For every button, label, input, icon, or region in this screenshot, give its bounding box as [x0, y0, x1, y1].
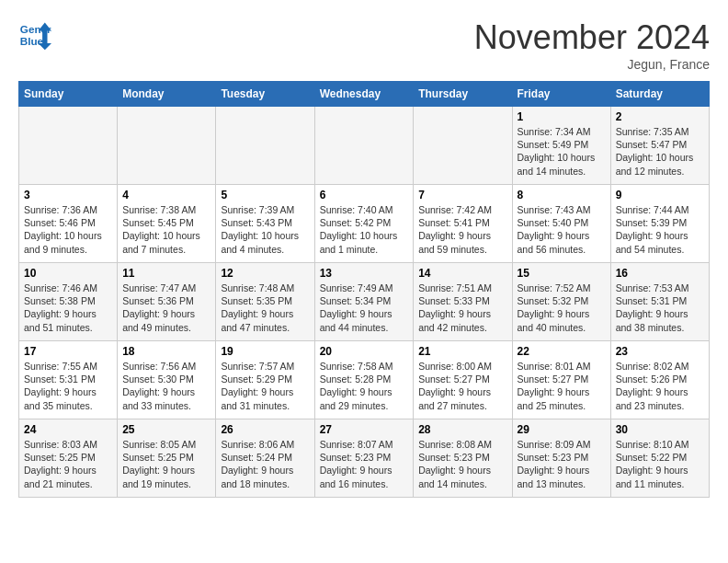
day-detail: Sunrise: 7:58 AMSunset: 5:28 PMDaylight:… [320, 360, 409, 412]
day-detail: Sunrise: 7:53 AMSunset: 5:31 PMDaylight:… [616, 282, 704, 334]
day-detail: Sunrise: 8:03 AMSunset: 5:25 PMDaylight:… [24, 438, 112, 490]
day-number: 8 [518, 189, 606, 201]
day-detail: Sunrise: 7:36 AMSunset: 5:46 PMDaylight:… [24, 203, 112, 256]
month-title: November 2024 [474, 18, 710, 57]
day-detail: Sunrise: 7:52 AMSunset: 5:32 PMDaylight:… [518, 282, 606, 334]
calendar-cell: 2Sunrise: 7:35 AMSunset: 5:47 PMDaylight… [610, 107, 709, 185]
calendar-cell: 17Sunrise: 7:55 AMSunset: 5:31 PMDayligh… [19, 341, 118, 419]
calendar-week-5: 24Sunrise: 8:03 AMSunset: 5:25 PMDayligh… [19, 419, 710, 498]
calendar-cell: 19Sunrise: 7:57 AMSunset: 5:29 PMDayligh… [216, 341, 314, 419]
calendar-cell: 1Sunrise: 7:34 AMSunset: 5:49 PMDaylight… [512, 107, 610, 185]
day-number: 5 [221, 189, 309, 201]
day-number: 19 [221, 345, 309, 358]
day-number: 9 [616, 189, 704, 201]
day-number: 14 [418, 267, 506, 280]
day-detail: Sunrise: 7:35 AMSunset: 5:47 PMDaylight:… [616, 125, 704, 178]
day-number: 17 [24, 345, 112, 358]
calendar-cell: 29Sunrise: 8:09 AMSunset: 5:23 PMDayligh… [512, 419, 610, 498]
col-header-saturday: Saturday [610, 82, 709, 107]
calendar-cell: 5Sunrise: 7:39 AMSunset: 5:43 PMDaylight… [216, 185, 314, 263]
day-detail: Sunrise: 7:49 AMSunset: 5:34 PMDaylight:… [320, 282, 409, 334]
day-number: 21 [418, 345, 506, 358]
day-detail: Sunrise: 7:38 AMSunset: 5:45 PMDaylight:… [122, 203, 210, 256]
calendar-header-row: SundayMondayTuesdayWednesdayThursdayFrid… [19, 82, 710, 107]
calendar-cell [314, 107, 414, 185]
day-number: 28 [418, 423, 506, 436]
calendar-cell: 26Sunrise: 8:06 AMSunset: 5:24 PMDayligh… [216, 419, 314, 498]
calendar-table: SundayMondayTuesdayWednesdayThursdayFrid… [18, 81, 710, 498]
calendar-week-1: 1Sunrise: 7:34 AMSunset: 5:49 PMDaylight… [19, 107, 710, 185]
calendar-cell: 20Sunrise: 7:58 AMSunset: 5:28 PMDayligh… [314, 341, 414, 419]
day-number: 30 [616, 423, 704, 436]
day-number: 16 [616, 267, 704, 280]
day-number: 6 [320, 189, 409, 201]
title-block: November 2024 Jegun, France [474, 18, 710, 72]
col-header-wednesday: Wednesday [314, 82, 414, 107]
day-detail: Sunrise: 8:02 AMSunset: 5:26 PMDaylight:… [616, 360, 704, 412]
col-header-thursday: Thursday [414, 82, 512, 107]
day-detail: Sunrise: 8:01 AMSunset: 5:27 PMDaylight:… [518, 360, 606, 412]
day-detail: Sunrise: 7:48 AMSunset: 5:35 PMDaylight:… [221, 282, 309, 334]
page-header: General Blue November 2024 Jegun, France [18, 18, 710, 72]
calendar-cell: 11Sunrise: 7:47 AMSunset: 5:36 PMDayligh… [118, 263, 216, 341]
calendar-cell: 27Sunrise: 8:07 AMSunset: 5:23 PMDayligh… [314, 419, 414, 498]
logo-icon: General Blue [18, 18, 51, 52]
day-detail: Sunrise: 8:05 AMSunset: 5:25 PMDaylight:… [122, 438, 210, 490]
day-detail: Sunrise: 7:34 AMSunset: 5:49 PMDaylight:… [518, 125, 606, 178]
day-detail: Sunrise: 7:43 AMSunset: 5:40 PMDaylight:… [518, 203, 606, 256]
calendar-cell: 10Sunrise: 7:46 AMSunset: 5:38 PMDayligh… [19, 263, 118, 341]
day-detail: Sunrise: 7:56 AMSunset: 5:30 PMDaylight:… [122, 360, 210, 412]
logo: General Blue [18, 18, 51, 52]
calendar-cell: 8Sunrise: 7:43 AMSunset: 5:40 PMDaylight… [512, 185, 610, 263]
day-detail: Sunrise: 7:51 AMSunset: 5:33 PMDaylight:… [418, 282, 506, 334]
day-number: 18 [122, 345, 210, 358]
calendar-week-3: 10Sunrise: 7:46 AMSunset: 5:38 PMDayligh… [19, 263, 710, 341]
day-detail: Sunrise: 7:40 AMSunset: 5:42 PMDaylight:… [320, 203, 409, 256]
calendar-cell [216, 107, 314, 185]
calendar-cell: 4Sunrise: 7:38 AMSunset: 5:45 PMDaylight… [118, 185, 216, 263]
day-number: 26 [221, 423, 309, 436]
day-detail: Sunrise: 8:08 AMSunset: 5:23 PMDaylight:… [418, 438, 506, 490]
day-number: 7 [418, 189, 506, 201]
calendar-cell: 25Sunrise: 8:05 AMSunset: 5:25 PMDayligh… [118, 419, 216, 498]
calendar-cell: 30Sunrise: 8:10 AMSunset: 5:22 PMDayligh… [610, 419, 709, 498]
day-number: 3 [24, 189, 112, 201]
day-detail: Sunrise: 8:07 AMSunset: 5:23 PMDaylight:… [320, 438, 409, 490]
day-detail: Sunrise: 7:57 AMSunset: 5:29 PMDaylight:… [221, 360, 309, 412]
day-detail: Sunrise: 7:42 AMSunset: 5:41 PMDaylight:… [418, 203, 506, 256]
day-number: 2 [616, 110, 704, 123]
day-number: 10 [24, 267, 112, 280]
day-detail: Sunrise: 7:55 AMSunset: 5:31 PMDaylight:… [24, 360, 112, 412]
day-number: 22 [518, 345, 606, 358]
day-number: 4 [122, 189, 210, 201]
calendar-cell: 23Sunrise: 8:02 AMSunset: 5:26 PMDayligh… [610, 341, 709, 419]
calendar-cell [118, 107, 216, 185]
col-header-tuesday: Tuesday [216, 82, 314, 107]
calendar-cell: 3Sunrise: 7:36 AMSunset: 5:46 PMDaylight… [19, 185, 118, 263]
day-number: 1 [518, 110, 606, 123]
day-detail: Sunrise: 8:09 AMSunset: 5:23 PMDaylight:… [518, 438, 606, 490]
day-detail: Sunrise: 8:06 AMSunset: 5:24 PMDaylight:… [221, 438, 309, 490]
calendar-week-4: 17Sunrise: 7:55 AMSunset: 5:31 PMDayligh… [19, 341, 710, 419]
day-number: 27 [320, 423, 409, 436]
day-detail: Sunrise: 8:00 AMSunset: 5:27 PMDaylight:… [418, 360, 506, 412]
location-label: Jegun, France [474, 57, 710, 72]
day-number: 11 [122, 267, 210, 280]
calendar-cell: 21Sunrise: 8:00 AMSunset: 5:27 PMDayligh… [414, 341, 512, 419]
calendar-cell: 13Sunrise: 7:49 AMSunset: 5:34 PMDayligh… [314, 263, 414, 341]
calendar-cell: 7Sunrise: 7:42 AMSunset: 5:41 PMDaylight… [414, 185, 512, 263]
day-number: 24 [24, 423, 112, 436]
day-number: 13 [320, 267, 409, 280]
calendar-cell [19, 107, 118, 185]
day-number: 23 [616, 345, 704, 358]
calendar-cell: 22Sunrise: 8:01 AMSunset: 5:27 PMDayligh… [512, 341, 610, 419]
calendar-cell: 28Sunrise: 8:08 AMSunset: 5:23 PMDayligh… [414, 419, 512, 498]
day-detail: Sunrise: 7:47 AMSunset: 5:36 PMDaylight:… [122, 282, 210, 334]
day-number: 20 [320, 345, 409, 358]
calendar-week-2: 3Sunrise: 7:36 AMSunset: 5:46 PMDaylight… [19, 185, 710, 263]
calendar-cell [414, 107, 512, 185]
calendar-cell: 12Sunrise: 7:48 AMSunset: 5:35 PMDayligh… [216, 263, 314, 341]
calendar-cell: 16Sunrise: 7:53 AMSunset: 5:31 PMDayligh… [610, 263, 709, 341]
col-header-friday: Friday [512, 82, 610, 107]
day-detail: Sunrise: 7:46 AMSunset: 5:38 PMDaylight:… [24, 282, 112, 334]
